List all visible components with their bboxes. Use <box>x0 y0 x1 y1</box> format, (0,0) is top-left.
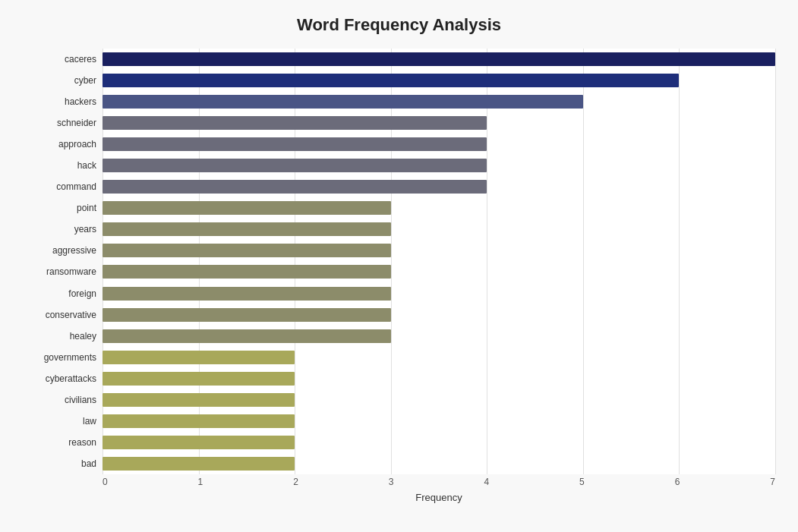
y-label: healey <box>70 332 96 341</box>
x-tick: 5 <box>579 477 585 487</box>
chart-title: Word Frequency Analysis <box>23 15 775 35</box>
bar-row <box>103 434 775 451</box>
bar <box>103 372 295 386</box>
bar <box>103 222 391 236</box>
y-label: years <box>74 225 96 234</box>
y-label: hackers <box>65 97 96 106</box>
grid-lines <box>103 49 775 474</box>
grid-line <box>199 49 200 474</box>
bar-row <box>103 115 775 131</box>
x-axis-label: Frequency <box>103 492 775 503</box>
y-label: reason <box>68 438 96 447</box>
bar <box>103 308 391 322</box>
x-tick: 0 <box>103 477 108 487</box>
bar-row <box>103 413 775 430</box>
x-tick: 3 <box>389 477 394 487</box>
bar-row <box>103 200 775 216</box>
y-label: approach <box>58 140 96 149</box>
x-tick: 2 <box>293 477 298 487</box>
bar-row <box>103 370 775 387</box>
bar <box>103 201 391 215</box>
grid-line <box>391 49 392 474</box>
bar <box>103 457 295 471</box>
bar-row <box>103 392 775 408</box>
grid-line <box>775 49 776 474</box>
x-tick: 1 <box>198 477 203 487</box>
bar <box>103 436 295 449</box>
y-label: aggressive <box>52 246 96 255</box>
bar <box>103 287 391 301</box>
y-label: civilians <box>65 395 96 405</box>
y-label: ransomware <box>46 267 96 276</box>
grid-line <box>103 49 103 474</box>
bar-row <box>103 93 775 110</box>
bar-row <box>103 328 775 345</box>
bar <box>103 52 775 66</box>
bar-row <box>103 221 775 238</box>
bar <box>103 180 487 194</box>
y-label: caceres <box>65 55 96 64</box>
y-label: point <box>77 203 96 212</box>
bar-row <box>103 285 775 302</box>
bar <box>103 74 679 87</box>
bar <box>103 393 295 407</box>
y-label: conservative <box>46 310 96 320</box>
y-label: foreign <box>68 289 96 298</box>
bar <box>103 137 487 151</box>
bar <box>103 265 391 279</box>
bar-row <box>103 157 775 174</box>
y-label: cyberattacks <box>46 374 96 383</box>
bar-row <box>103 455 775 472</box>
bar <box>103 414 295 428</box>
bar <box>103 351 295 364</box>
bar <box>103 116 487 130</box>
bar-row <box>103 72 775 89</box>
y-label: bad <box>81 459 96 468</box>
chart-area: cacerescyberhackersschneiderapproachhack… <box>23 49 775 474</box>
y-label: cyber <box>74 76 96 85</box>
chart-container: Word Frequency Analysis cacerescyberhack… <box>0 0 798 532</box>
bar <box>103 159 487 172</box>
bar-row <box>103 263 775 280</box>
grid-line <box>583 49 584 474</box>
grid-line <box>487 49 487 474</box>
bar-row <box>103 242 775 259</box>
y-label: command <box>56 182 96 191</box>
grid-line <box>679 49 680 474</box>
bar <box>103 329 391 343</box>
y-label: governments <box>44 353 96 362</box>
x-tick: 6 <box>675 477 680 487</box>
bar <box>103 244 391 257</box>
bar-row <box>103 307 775 323</box>
y-label: law <box>83 417 96 426</box>
bar-row <box>103 136 775 153</box>
y-label: hack <box>77 161 96 170</box>
bar <box>103 95 583 109</box>
x-tick: 7 <box>770 477 775 487</box>
bar-row <box>103 51 775 68</box>
grid-line <box>295 49 295 474</box>
bar-row <box>103 349 775 366</box>
y-label: schneider <box>57 118 96 127</box>
y-labels: cacerescyberhackersschneiderapproachhack… <box>23 49 103 474</box>
bars-area <box>103 49 775 474</box>
x-tick: 4 <box>484 477 489 487</box>
x-axis: 01234567 Frequency <box>103 474 775 503</box>
bars-wrapper: 01234567 Frequency <box>103 49 775 474</box>
x-ticks: 01234567 <box>103 474 775 489</box>
bar-row <box>103 178 775 195</box>
